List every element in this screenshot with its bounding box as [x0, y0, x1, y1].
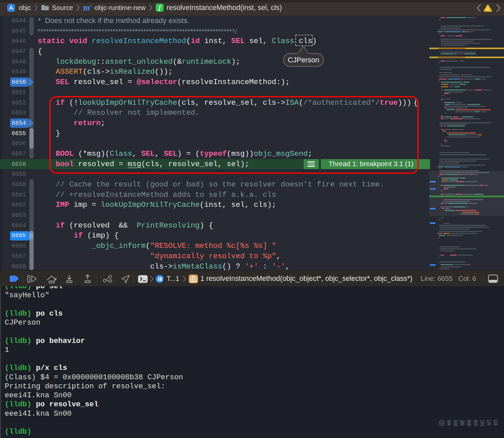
svg-text:!: !	[487, 7, 489, 12]
svg-text:CJPerson: CJPerson	[288, 56, 319, 64]
